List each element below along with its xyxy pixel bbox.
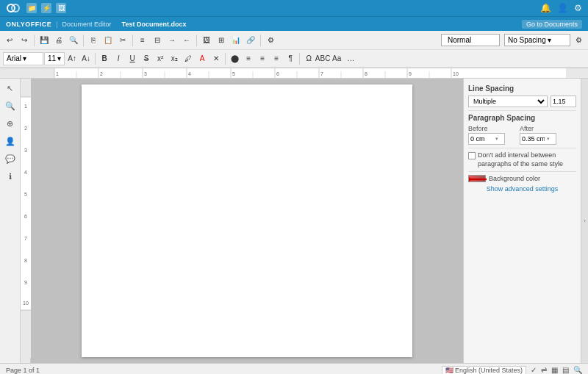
subscript-button[interactable]: x₂ [168,52,181,65]
redo-button[interactable]: ↪ [18,34,31,47]
copy-button[interactable]: ⎘ [87,34,100,47]
top-bar-icons: 📁 ⚡ 🖼 [26,3,66,13]
before-input[interactable]: ▾ [468,133,505,145]
editor-label: Document Editor [62,21,112,28]
divider2 [468,148,576,148]
indent-button[interactable]: → [165,34,179,47]
save-button[interactable]: 💾 [37,34,51,47]
after-arrow[interactable]: ▾ [546,136,551,142]
user-tool[interactable]: 👤 [4,134,17,148]
svg-text:1: 1 [56,71,59,76]
dont-add-interval-row: Don't add interval between paragraphs of… [468,151,576,168]
line-spacing-row: Multiple [468,96,576,107]
decrease-font-button[interactable]: A↓ [79,52,93,65]
folder-icon[interactable]: 📁 [26,3,37,13]
highlight-button[interactable]: 🖊 [182,52,195,65]
increase-font-button[interactable]: A↑ [65,52,79,65]
info-tool[interactable]: ℹ [4,170,17,183]
after-input[interactable]: ▾ [520,133,556,145]
strikethrough-button[interactable]: S [140,52,153,65]
undo-button[interactable]: ↩ [3,34,16,47]
after-col: After ▾ [520,125,556,145]
search-button[interactable]: 🔍 [67,34,80,47]
background-color-row[interactable]: Background color [468,175,576,182]
divider3 [468,171,576,172]
more-styles-button[interactable]: ⚙ [572,34,585,47]
layout-icon-2[interactable]: ▤ [562,366,569,374]
image-icon[interactable]: 🖼 [56,3,66,13]
before-arrow[interactable]: ▾ [495,136,499,142]
cursor-tool[interactable]: ↖ [4,82,17,95]
sep6 [95,53,96,65]
ruler-svg: 1 2 3 4 5 6 7 8 9 10 [32,68,588,78]
user-icon[interactable]: 👤 [557,3,568,13]
settings-btn[interactable]: ⚙ [264,34,277,47]
document-area[interactable] [31,79,463,363]
gear-icon[interactable]: ⚙ [574,3,582,13]
dont-add-interval-checkbox[interactable] [468,152,476,159]
paragraph-spacing-row: Before ▾ After ▾ [468,125,576,145]
superscript-button[interactable]: x² [154,52,167,65]
insert-table-button[interactable]: ⊞ [215,34,228,47]
style-toolbar-row: ↩ ↪ 💾 🖨 🔍 ⎘ 📋 ✂ ≡ ⊟ → ← 🖼 ⊞ 📊 🔗 ⚙ Normal… [0,31,588,50]
insert-chart-button[interactable]: 📊 [229,34,243,47]
change-case-button[interactable]: Aa [330,52,343,65]
insert-special-button[interactable]: Ω [302,52,315,65]
svg-text:7: 7 [320,71,323,76]
svg-text:5: 5 [232,71,235,76]
track-changes-icon[interactable]: ⇌ [541,366,547,374]
spell-check-button[interactable]: ABC [316,52,329,65]
flag-icon: 🇺🇸 [445,367,453,374]
background-color-swatch[interactable] [468,175,486,182]
bell-icon[interactable]: 🔔 [540,3,551,13]
lightning-icon[interactable]: ⚡ [41,3,51,13]
underline-button[interactable]: U [126,52,139,65]
show-advanced-button[interactable]: Show advanced settings [468,185,576,193]
layout-icon-1[interactable]: ▦ [551,366,558,374]
cut-button[interactable]: ✂ [116,34,129,47]
line-spacing-type-select[interactable]: Multiple [468,96,548,107]
clear-format-button[interactable]: ✕ [209,52,223,65]
font-color-button[interactable]: A [196,52,209,65]
bold-button[interactable]: B [98,52,111,65]
nav-tool[interactable]: ⊕ [4,117,17,130]
page-info: Page 1 of 1 [6,367,40,374]
zoom-icon[interactable]: 🔍 [573,366,582,374]
goto-documents-button[interactable]: Go to Documents [522,20,582,29]
align-left-button[interactable]: ⬤ [228,52,241,65]
zoom-tool[interactable]: 🔍 [4,99,17,112]
italic-button[interactable]: I [112,52,125,65]
right-panel-toggle[interactable]: › [581,79,588,363]
before-value[interactable] [469,135,495,143]
bullet-list-button[interactable]: ≡ [136,34,149,47]
svg-text:2: 2 [100,71,103,76]
font-size-label: 11 [48,54,56,62]
numbered-list-button[interactable]: ⊟ [151,34,164,47]
no-spacing-label: No Spacing [508,36,546,44]
line-spacing-value-input[interactable] [551,96,576,107]
sep2 [83,35,84,46]
align-justify-button[interactable]: ≡ [270,52,283,65]
before-label: Before [468,125,505,132]
language-flag[interactable]: 🇺🇸 English (United States) [442,366,526,375]
align-center-button[interactable]: ≡ [242,52,255,65]
no-spacing-arrow: ▾ [548,36,551,44]
vertical-ruler: 1 2 3 4 5 6 7 8 9 10 [21,79,31,363]
comment-tool[interactable]: 💬 [4,152,17,165]
insert-image-button[interactable]: 🖼 [200,34,213,47]
divider1 [468,110,576,111]
font-name-dropdown[interactable]: Arial ▾ [3,52,43,65]
align-right-button[interactable]: ≡ [256,52,269,65]
more-options[interactable]: … [344,52,357,65]
print-button[interactable]: 🖨 [52,34,65,47]
after-value[interactable] [520,135,546,143]
svg-text:6: 6 [276,71,279,76]
spell-icon[interactable]: ✓ [531,366,537,374]
no-spacing-dropdown[interactable]: No Spacing ▾ [504,34,570,46]
font-size-dropdown[interactable]: 11 ▾ [44,52,65,65]
insert-link-button[interactable]: 🔗 [244,34,257,47]
normal-style-button[interactable]: Normal [441,34,500,46]
decrease-indent-button[interactable]: ← [180,34,193,47]
paste-button[interactable]: 📋 [101,34,115,47]
paragraph-mark-button[interactable]: ¶ [284,52,297,65]
